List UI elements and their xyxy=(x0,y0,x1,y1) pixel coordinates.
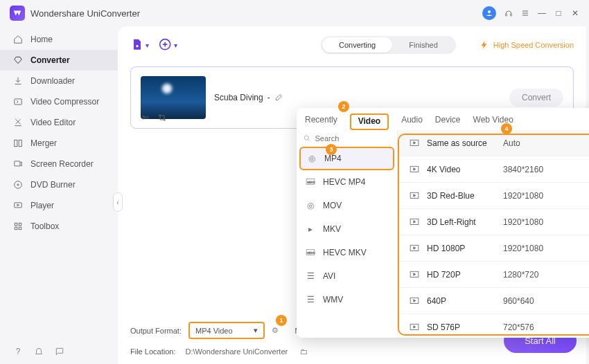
close-button[interactable]: ✕ xyxy=(571,9,579,17)
search-input[interactable] xyxy=(315,134,390,143)
play-rect-icon xyxy=(407,297,421,305)
file-dash: - xyxy=(267,93,270,102)
callout-1: 1 xyxy=(276,315,287,326)
add-file-button[interactable]: ▾ xyxy=(130,38,149,52)
downloader-icon xyxy=(12,75,24,87)
resolution-value: 1920*1080 xyxy=(503,244,589,253)
output-format-label: Output Format: xyxy=(130,327,182,335)
callout-2: 2 xyxy=(338,101,349,112)
resolution-label: SD 576P xyxy=(427,322,503,332)
support-icon[interactable] xyxy=(504,9,513,17)
convert-button[interactable]: Convert xyxy=(509,89,563,107)
tab-converting[interactable]: Converting xyxy=(322,37,392,53)
sidebar-item-player[interactable]: Player xyxy=(0,195,118,216)
format-mkv[interactable]: ▸MKV xyxy=(297,217,397,241)
lightning-icon xyxy=(480,40,489,50)
notification-icon[interactable] xyxy=(33,346,44,357)
resolution-list: Same as sourceAuto4K Video3840*21603D Re… xyxy=(398,130,589,338)
format-avi[interactable]: ☰AVI xyxy=(297,264,397,288)
maximize-button[interactable]: □ xyxy=(554,9,563,17)
tab-audio[interactable]: Audio xyxy=(401,115,423,130)
sidebar-item-downloader[interactable]: Downloader xyxy=(0,71,118,91)
high-speed-conversion-button[interactable]: High Speed Conversion xyxy=(480,40,574,50)
format-hevc-mp4[interactable]: HEVCHEVC MP4 xyxy=(297,170,397,194)
sidebar: Home Converter Downloader Video Compress… xyxy=(0,26,118,364)
svg-text:HEVC: HEVC xyxy=(307,251,315,255)
resolution-value: Auto xyxy=(503,138,589,148)
hevc-icon: HEVC xyxy=(305,247,316,258)
format-wmv[interactable]: ☰WMV xyxy=(297,288,397,311)
menu-icon[interactable] xyxy=(521,9,529,17)
help-icon[interactable]: ? xyxy=(12,346,24,357)
sidebar-item-label: Video Editor xyxy=(30,118,76,127)
folder-icon[interactable]: 🗀 xyxy=(300,347,308,356)
content-area: ‹ ▾ ▾ Converting Finished High Speed Con… xyxy=(118,26,586,364)
player-icon xyxy=(12,200,24,211)
settings-icon[interactable]: ⚙ xyxy=(272,326,279,335)
tab-video[interactable]: Video xyxy=(350,113,389,130)
format-search[interactable] xyxy=(297,130,397,147)
status-toggle[interactable]: Converting Finished xyxy=(321,36,456,54)
play-rect-icon xyxy=(407,244,421,253)
sidebar-item-label: Converter xyxy=(30,55,70,65)
svg-rect-13 xyxy=(19,227,21,230)
minimize-button[interactable]: — xyxy=(538,9,546,17)
format-label: AVI xyxy=(323,271,335,281)
format-hevc-mkv[interactable]: HEVCHEVC MKV xyxy=(297,241,397,264)
resolution-value: 1920*1080 xyxy=(503,191,589,201)
film-icon: ☰ xyxy=(305,271,316,282)
play-rect-icon xyxy=(407,139,421,147)
sidebar-collapse-handle[interactable]: ‹ xyxy=(113,192,123,212)
resolution-row[interactable]: 640P960*640 xyxy=(398,288,589,314)
sidebar-item-merger[interactable]: Merger xyxy=(0,133,118,154)
app-title: Wondershare UniConverter xyxy=(30,8,140,19)
output-format-value: MP4 Video xyxy=(195,327,233,335)
format-mov[interactable]: ◎MOV xyxy=(297,194,397,217)
svg-rect-2 xyxy=(511,14,512,16)
tab-device[interactable]: Device xyxy=(435,115,461,130)
sidebar-item-recorder[interactable]: Screen Recorder xyxy=(0,154,118,174)
svg-rect-6 xyxy=(15,161,20,166)
file-name: Scuba Diving xyxy=(214,93,263,102)
resolution-row[interactable]: 3D Left-Right1920*1080 xyxy=(398,209,589,235)
tab-finished[interactable]: Finished xyxy=(392,37,455,53)
tab-recently[interactable]: Recently xyxy=(305,115,337,130)
app-logo xyxy=(10,6,25,21)
sidebar-item-toolbox[interactable]: Toolbox xyxy=(0,216,118,237)
rename-icon[interactable] xyxy=(274,92,284,104)
resolution-row[interactable]: SD 576P720*576 xyxy=(398,314,589,338)
format-label: HEVC MKV xyxy=(323,248,367,257)
play-rect-icon xyxy=(407,165,421,174)
toolbox-icon xyxy=(12,221,24,232)
sidebar-item-label: Player xyxy=(30,201,54,210)
play-rect-icon xyxy=(407,271,421,279)
svg-rect-12 xyxy=(15,227,17,230)
output-format-select[interactable]: MP4 Video ▾ xyxy=(188,322,265,339)
sidebar-item-dvd[interactable]: DVD Burner xyxy=(0,174,118,195)
search-icon xyxy=(304,134,310,143)
svg-text:HEVC: HEVC xyxy=(307,181,315,184)
format-label: MOV xyxy=(323,201,342,210)
trim-icon[interactable]: ✄ xyxy=(141,113,150,122)
sidebar-item-label: Downloader xyxy=(30,76,75,86)
avatar[interactable] xyxy=(482,6,496,20)
add-url-button[interactable]: ▾ xyxy=(159,38,177,52)
resolution-row[interactable]: 3D Red-Blue1920*1080 xyxy=(398,183,589,209)
sidebar-item-editor[interactable]: Video Editor xyxy=(0,112,118,133)
feedback-icon[interactable] xyxy=(54,346,65,357)
resolution-row[interactable]: HD 1080P1920*1080 xyxy=(398,235,589,262)
sidebar-item-converter[interactable]: Converter xyxy=(0,50,118,71)
format-mp4[interactable]: ◎MP4 xyxy=(299,147,394,170)
sidebar-item-compressor[interactable]: Video Compressor xyxy=(0,91,118,112)
play-rect-icon xyxy=(407,218,421,226)
resolution-value: 1920*1080 xyxy=(503,217,589,227)
svg-rect-11 xyxy=(19,223,21,226)
resolution-row[interactable]: Same as sourceAuto xyxy=(398,130,589,156)
resolution-row[interactable]: 4K Video3840*2160 xyxy=(398,156,589,183)
file-location-label: File Location: xyxy=(130,347,175,356)
resolution-row[interactable]: HD 720P1280*720 xyxy=(398,262,589,288)
crop-icon[interactable] xyxy=(157,113,167,122)
sidebar-item-home[interactable]: Home xyxy=(0,29,118,50)
resolution-label: 3D Red-Blue xyxy=(427,191,503,201)
callout-3: 3 xyxy=(326,144,337,155)
